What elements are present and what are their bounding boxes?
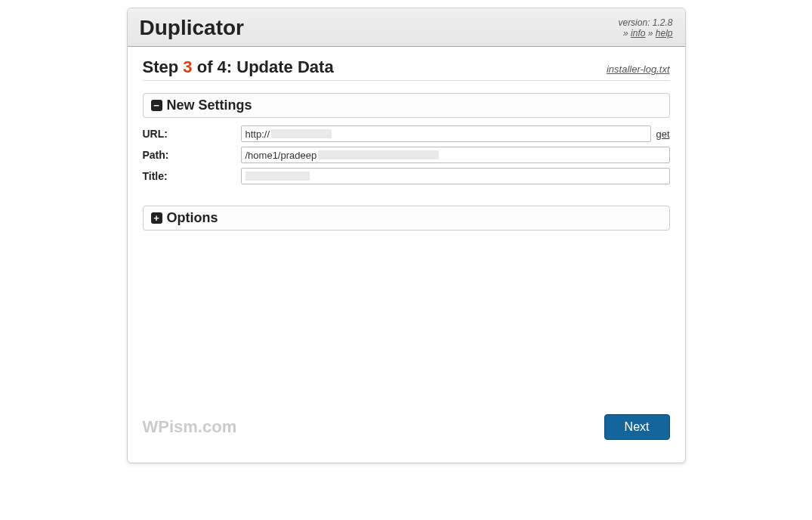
next-button[interactable]: Next: [604, 414, 670, 440]
step-number: 3: [183, 57, 192, 76]
url-redacted: [271, 129, 332, 138]
get-link[interactable]: get: [656, 128, 669, 140]
step-name: Update Data: [236, 57, 333, 76]
installer-log-link[interactable]: installer-log.txt: [607, 63, 670, 75]
app-title: Duplicator: [140, 16, 244, 40]
url-label: URL:: [143, 128, 241, 140]
path-row: Path: /home1/pradeep: [143, 147, 670, 163]
new-settings-form: URL: http:// get Path: /home1/pradeep: [143, 125, 670, 184]
info-link[interactable]: info: [631, 28, 645, 39]
content: Step 3 of 4: Update Data installer-log.t…: [128, 47, 685, 463]
step-title: Step 3 of 4: Update Data: [143, 57, 334, 77]
help-link[interactable]: help: [656, 28, 673, 39]
url-row: URL: http:// get: [143, 125, 670, 142]
path-redacted: [318, 150, 439, 159]
footer: WPism.com Next: [143, 414, 670, 440]
step-prefix: Step: [143, 57, 179, 76]
options-title: Options: [167, 210, 218, 226]
header-links: » info » help: [618, 28, 672, 39]
header-meta: version: 1.2.8 » info » help: [618, 17, 672, 39]
new-settings-panel-header[interactable]: − New Settings: [143, 93, 670, 118]
minus-icon: −: [151, 100, 162, 111]
step-middle: of 4:: [197, 57, 232, 76]
title-redacted: [245, 172, 310, 181]
title-label: Title:: [143, 170, 241, 182]
version-label: version: 1.2.8: [618, 17, 672, 28]
path-prefix: /home1/pradeep: [245, 150, 317, 161]
path-input[interactable]: /home1/pradeep: [241, 147, 670, 163]
watermark: WPism.com: [143, 417, 237, 437]
plus-icon: +: [151, 212, 162, 224]
header: Duplicator version: 1.2.8 » info » help: [128, 8, 685, 47]
new-settings-title: New Settings: [167, 98, 252, 113]
step-header: Step 3 of 4: Update Data installer-log.t…: [143, 57, 670, 81]
title-input[interactable]: [241, 168, 670, 184]
url-input[interactable]: http://: [241, 125, 652, 142]
path-label: Path:: [143, 149, 241, 161]
options-panel-header[interactable]: + Options: [143, 206, 670, 231]
url-prefix: http://: [245, 128, 270, 140]
installer-container: Duplicator version: 1.2.8 » info » help …: [127, 8, 686, 463]
title-row: Title:: [143, 168, 670, 184]
